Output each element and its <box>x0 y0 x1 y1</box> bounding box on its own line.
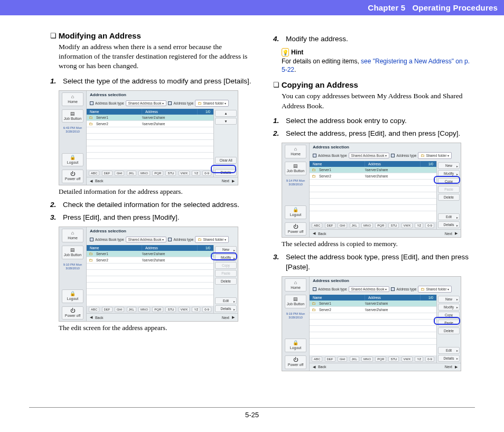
table-row[interactable]: 🗀Server2\\server2\share <box>310 173 436 180</box>
caption-3: The edit screen for the address appears. <box>59 324 252 332</box>
folder-icon: 🗀 <box>198 101 202 106</box>
screenshot-details: ⌂Home ▤Job Button 6:43 PM Mon 3/28/2010 … <box>59 90 238 185</box>
home-button[interactable]: ⌂Home <box>285 145 306 158</box>
page-footer: 5-25 <box>0 407 504 419</box>
chapter-title: Operating Procedures <box>412 3 498 12</box>
section-copying-body: You can copy addresses between My Addres… <box>282 91 475 110</box>
job-button[interactable]: ▤Job Button <box>62 109 83 123</box>
col-address: Address <box>142 109 198 115</box>
copy-step-3: 3. Select the address book type, press [… <box>273 252 475 271</box>
new-button[interactable]: New▸ <box>215 246 237 253</box>
shot-nav: ◀ Back Next ▶ <box>87 177 238 185</box>
delete-button[interactable]: Delete <box>438 327 460 334</box>
next-button[interactable]: Next ▶ <box>445 365 458 369</box>
delete-button[interactable]: Delete <box>438 194 460 201</box>
next-button[interactable]: Next ▶ <box>222 179 235 183</box>
abt-checkbox[interactable] <box>90 101 94 105</box>
hint-block: 💡 Hint For details on editing items, see… <box>282 48 475 74</box>
next-button[interactable]: Next ▶ <box>445 231 458 236</box>
screenshot-copy: ⌂Home ▤Job Button 9:14 PM Mon 3/28/2010 … <box>282 143 461 238</box>
modify-button[interactable]: Modify▸ <box>215 254 237 261</box>
step-2: 2. Check the detailed information for th… <box>50 200 252 210</box>
details-button[interactable]: Details▸ <box>215 305 237 312</box>
at-select[interactable]: 🗀Shared folder <box>195 100 229 107</box>
table-body: 🗀Server1\\server1\share 🗀Server2\\server… <box>87 115 213 170</box>
sidebar-time: 9:10 PM Mon 3/28/2010 <box>60 263 85 270</box>
details-button[interactable]: Details <box>215 169 237 176</box>
screenshot-paste: ⌂Home ▤Job Button 9:19 PM Mon 3/28/2010 … <box>282 276 461 371</box>
copy-step-1: 1. Select the address book entry to copy… <box>273 116 475 126</box>
poweroff-button[interactable]: ⏻Power off <box>62 306 83 320</box>
scroll-down-button[interactable]: ▼ <box>215 118 237 125</box>
logout-button[interactable]: 🔒Logout <box>62 289 83 303</box>
table-row[interactable]: 🗀Server1\\server1\share <box>310 167 436 173</box>
hint-label: Hint <box>291 49 303 56</box>
step-text: Modify the address. <box>286 34 475 44</box>
scroll-up-button[interactable]: ▲ <box>215 110 237 117</box>
hint-text: For details on editing items, see "Regis… <box>282 58 475 74</box>
logout-button[interactable]: 🔒Logout <box>285 339 306 352</box>
new-button[interactable]: New▸ <box>438 296 460 303</box>
delete-button[interactable]: Delete <box>215 278 237 285</box>
logout-button[interactable]: 🔒Logout <box>62 153 83 167</box>
modify-button[interactable]: Modify▸ <box>438 304 460 311</box>
table-header: Name Address 1/0 <box>87 109 213 115</box>
col-name: Name <box>87 109 142 115</box>
back-button[interactable]: ◀ Back <box>90 179 104 183</box>
table-row[interactable]: 🗀Server1\\server1\share <box>310 300 436 307</box>
logout-icon: 🔒 <box>70 155 76 160</box>
copy-button[interactable]: Copy <box>438 312 460 318</box>
abt-select[interactable]: Shared Address Book <box>126 100 167 106</box>
job-button[interactable]: ▤Job Button <box>285 295 306 308</box>
poweroff-button[interactable]: ⏻Power off <box>285 222 306 236</box>
next-button[interactable]: Next ▶ <box>222 315 235 320</box>
details-button[interactable]: Details▸ <box>438 221 460 228</box>
paste-button[interactable]: Paste <box>438 320 460 326</box>
shot-sidebar: ⌂Home ▤Job Button 6:43 PM Mon 3/28/2010 … <box>59 91 87 185</box>
copy-caption: The selected address is copied to memory… <box>282 240 475 248</box>
copy-step-2: 2. Select the address, press [Edit], and… <box>273 129 475 138</box>
details-button[interactable]: Details▸ <box>438 355 460 362</box>
table-row[interactable]: 🗀Server1\\server1\share <box>87 115 213 121</box>
paste-button[interactable]: Paste <box>215 270 237 277</box>
logout-button[interactable]: 🔒Logout <box>285 205 306 219</box>
home-icon: ⌂ <box>71 95 74 99</box>
at-checkbox[interactable] <box>168 101 172 105</box>
home-button[interactable]: ⌂Home <box>62 229 83 242</box>
home-button[interactable]: ⌂Home <box>62 92 83 106</box>
edit-button[interactable]: Edit▸ <box>438 347 460 354</box>
job-button[interactable]: ▤Job Button <box>62 246 83 259</box>
copy-button[interactable]: Copy <box>438 178 460 185</box>
shot-right-panel: ▲ ▼ Clear All Details <box>213 109 238 177</box>
step-number: 4. <box>273 34 283 44</box>
modify-button[interactable]: Modify▸ <box>438 170 460 177</box>
power-icon: ⏻ <box>70 172 75 176</box>
hint-icon: 💡 <box>282 48 289 57</box>
step-number: 3. <box>50 213 60 222</box>
table-row[interactable]: 🗀Server2\\server2\share <box>310 307 436 313</box>
step-number: 2. <box>50 200 60 210</box>
alpha-tabs[interactable]: ABCDEFGHIJKLMNOPQRSTUVWXYZ0-9 <box>87 170 213 177</box>
home-button[interactable]: ⌂Home <box>285 278 306 292</box>
table-row[interactable]: 🗀Server2\\server2\share <box>87 121 213 127</box>
edit-button[interactable]: Edit▸ <box>438 213 460 220</box>
shot-filter: Address Book type Shared Address Book Ad… <box>87 99 238 109</box>
back-button[interactable]: ◀ Back <box>313 365 326 369</box>
paste-button[interactable]: Paste <box>438 186 460 193</box>
page-indicator: 1/0 <box>198 109 213 115</box>
back-button[interactable]: ◀ Back <box>90 315 104 320</box>
poweroff-button[interactable]: ⏻Power off <box>285 355 306 369</box>
table-row[interactable]: 🗀Server2\\server2\share <box>87 257 213 264</box>
poweroff-button[interactable]: ⏻Power off <box>62 170 83 183</box>
clearall-button[interactable]: Clear All <box>215 157 237 164</box>
sidebar-time: 9:19 PM Mon 3/28/2010 <box>283 312 308 320</box>
edit-button[interactable]: Edit▸ <box>215 297 237 304</box>
shot-title: Address selection <box>87 91 238 99</box>
job-button[interactable]: ▤Job Button <box>285 162 306 175</box>
copy-button[interactable]: Copy <box>215 262 237 269</box>
job-icon: ▤ <box>70 111 75 116</box>
new-button[interactable]: New▸ <box>438 162 460 169</box>
table-row[interactable]: 🗀Server1\\server1\share <box>87 251 213 257</box>
step-4: 4. Modify the address. <box>273 34 475 44</box>
back-button[interactable]: ◀ Back <box>313 231 326 236</box>
